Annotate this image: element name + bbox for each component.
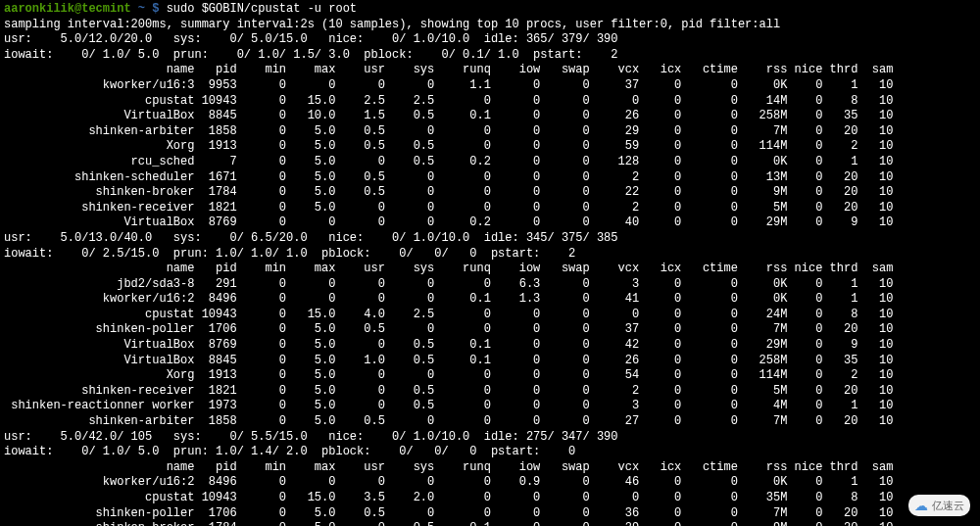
process-row: kworker/u16:2 8496 0 0 0 0 0 0.9 0 46 0 … bbox=[4, 475, 976, 491]
process-row: VirtualBox 8769 0 0 0 0 0.2 0 0 40 0 0 2… bbox=[4, 215, 976, 231]
column-header-row: name pid min max usr sys runq iow swap v… bbox=[4, 460, 976, 476]
process-row: rcu_sched 7 0 5.0 0 0.5 0.2 0 0 128 0 0 … bbox=[4, 155, 976, 170]
process-row: VirtualBox 8769 0 5.0 0 0.5 0.1 0 0 42 0… bbox=[4, 338, 976, 354]
watermark-text: 亿速云 bbox=[932, 499, 964, 512]
process-row: shinken-arbiter 1858 0 5.0 0.5 0 0 0 0 2… bbox=[4, 124, 976, 140]
summary-line: iowait: 0/ 1.0/ 5.0 prun: 1.0/ 1.4/ 2.0 … bbox=[4, 445, 976, 460]
summary-line: usr: 5.0/13.0/40.0 sys: 0/ 6.5/20.0 nice… bbox=[4, 231, 976, 247]
watermark-badge: ☁ 亿速云 bbox=[908, 495, 970, 516]
process-row: kworker/u16:3 9953 0 0 0 0 1.1 0 0 37 0 … bbox=[4, 78, 976, 94]
process-row: cpustat 10943 0 15.0 4.0 2.5 0 0 0 0 0 0… bbox=[4, 308, 976, 323]
process-row: VirtualBox 8845 0 10.0 1.5 0.5 0.1 0 0 2… bbox=[4, 109, 976, 124]
summary-line: iowait: 0/ 1.0/ 5.0 prun: 0/ 1.0/ 1.5/ 3… bbox=[4, 48, 976, 64]
process-row: shinken-poller 1706 0 5.0 0.5 0 0 0 0 36… bbox=[4, 506, 976, 522]
process-row: shinken-broker 1784 0 5.0 0.5 0 0 0 0 22… bbox=[4, 185, 976, 201]
summary-line: iowait: 0/ 2.5/15.0 prun: 1.0/ 1.0/ 1.0 … bbox=[4, 247, 976, 263]
process-row: shinken-scheduler 1671 0 5.0 0.5 0 0 0 0… bbox=[4, 170, 976, 186]
cloud-icon: ☁ bbox=[914, 497, 928, 514]
cpustat-output: usr: 5.0/12.0/20.0 sys: 0/ 5.0/15.0 nice… bbox=[4, 32, 976, 526]
process-row: shinken-arbiter 1858 0 5.0 0.5 0 0 0 0 2… bbox=[4, 414, 976, 430]
process-row: shinken-receiver 1821 0 5.0 0 0 0 0 0 2 … bbox=[4, 201, 976, 216]
summary-line: usr: 5.0/12.0/20.0 sys: 0/ 5.0/15.0 nice… bbox=[4, 32, 976, 48]
shell-prompt[interactable]: aaronkilik@tecmint ~ $ sudo $GOBIN/cpust… bbox=[4, 2, 976, 18]
process-row: VirtualBox 8845 0 5.0 1.0 0.5 0.1 0 0 26… bbox=[4, 354, 976, 369]
column-header-row: name pid min max usr sys runq iow swap v… bbox=[4, 63, 976, 78]
column-header-row: name pid min max usr sys runq iow swap v… bbox=[4, 262, 976, 277]
process-row: Xorg 1913 0 5.0 0 0 0 0 0 54 0 0 114M 0 … bbox=[4, 368, 976, 384]
process-row: shinken-broker 1784 0 5.0 0 0.5 0.1 0 0 … bbox=[4, 521, 976, 526]
process-row: shinken-receiver 1821 0 5.0 0 0.5 0 0 0 … bbox=[4, 384, 976, 400]
process-row: jbd2/sda3-8 291 0 0 0 0 0 6.3 0 3 0 0 0K… bbox=[4, 277, 976, 293]
process-row: cpustat 10943 0 15.0 3.5 2.0 0 0 0 0 0 0… bbox=[4, 491, 976, 506]
summary-line: usr: 5.0/42.0/ 105 sys: 0/ 5.5/15.0 nice… bbox=[4, 430, 976, 446]
sampling-info: sampling interval:200ms, summary interva… bbox=[4, 18, 976, 33]
process-row: Xorg 1913 0 5.0 0.5 0.5 0 0 0 59 0 0 114… bbox=[4, 139, 976, 155]
process-row: shinken-poller 1706 0 5.0 0.5 0 0 0 0 37… bbox=[4, 322, 976, 338]
process-row: cpustat 10943 0 15.0 2.5 2.5 0 0 0 0 0 0… bbox=[4, 94, 976, 110]
process-row: kworker/u16:2 8496 0 0 0 0 0.1 1.3 0 41 … bbox=[4, 292, 976, 308]
process-row: shinken-reactionner worker 1973 0 5.0 0 … bbox=[4, 399, 976, 414]
